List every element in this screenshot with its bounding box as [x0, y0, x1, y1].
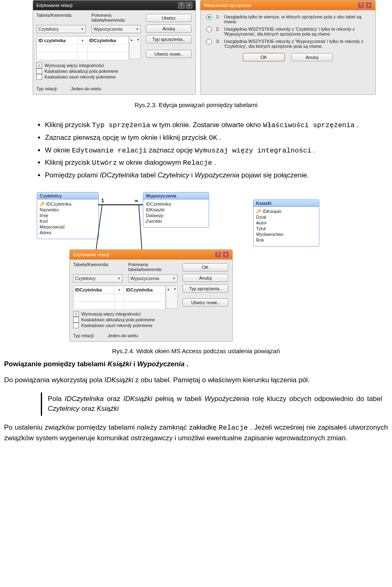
chevron-down-icon: ▾: [136, 37, 140, 43]
create-button[interactable]: Utwórz: [146, 14, 192, 22]
join-options: 1: Uwzględnia tylko te wiersze, w któryc…: [204, 13, 372, 50]
cancel-button[interactable]: Anuluj: [183, 274, 228, 282]
checkbox-icon: [36, 68, 42, 74]
combo-related-table[interactable]: Wypozyczenia ▾: [128, 274, 178, 282]
create-new-button[interactable]: Utwórz nowe..: [183, 298, 228, 307]
combo-related-value: Wypozyczenia: [94, 27, 135, 31]
dialog-edit-relationship-2: Edytowanie relacji ? × Tabela/Kwerenda: …: [69, 249, 233, 342]
checkbox-cascade-delete[interactable]: Kaskadowo usuń rekordy pokrewne: [36, 74, 141, 80]
scrollbar[interactable]: ▴ ▾: [166, 286, 178, 309]
option-3-text: Uwzględnia WSZYSTKIE rekordy z 'Wypozycz…: [222, 38, 371, 49]
map-right-field[interactable]: IDCzytelnika: [87, 37, 128, 45]
checkbox-icon: [36, 74, 42, 80]
dialog-join-properties: Właściwości sprzężenia ? × 1: Uwzględnia…: [200, 0, 376, 95]
scrollbar[interactable]: ▴ ▾: [129, 36, 141, 59]
checkbox-cascade-update[interactable]: Kaskadowo aktualizuj pola pokrewne: [36, 68, 141, 74]
close-icon[interactable]: ×: [223, 251, 229, 258]
chevron-down-icon: ▾: [80, 38, 85, 43]
close-icon[interactable]: ×: [186, 2, 192, 9]
combo-table[interactable]: Czytelnicy ▾: [73, 274, 122, 282]
relationship-diagram: Czytelnicy 🔑IDCzytelnika Nazwisko Imię K…: [33, 192, 392, 319]
checkbox-enforce-integrity[interactable]: ✓Wymuszaj więzy integralności: [73, 311, 178, 317]
ok-button[interactable]: OK: [183, 263, 228, 271]
list-item: Pomiędzy polami IDCzytelnika tabel Czyte…: [45, 170, 359, 180]
relationship-many-label: ∞: [135, 198, 138, 204]
list-item: Kliknij przycisk Utwórz w oknie dialogow…: [45, 158, 359, 168]
label-relation-type: Typ relacji:: [36, 86, 58, 91]
chevron-down-icon: ▾: [80, 27, 85, 31]
join-type-button[interactable]: Typ sprzężenia..: [183, 285, 228, 293]
instruction-list: Kliknij przycisk Typ sprzężenia w tym ok…: [0, 115, 392, 185]
radio-option-1[interactable]: [206, 14, 212, 20]
radio-option-2[interactable]: [206, 27, 212, 32]
dialog-edit-relationship: Edytowanie relacji ? × Tabela/Kwerenda: …: [33, 0, 196, 95]
create-new-button[interactable]: Utwórz nowe..: [146, 50, 192, 58]
field-mapping-grid[interactable]: IDCzytelnika ▾ IDCzytelnika: [73, 286, 166, 309]
chevron-up-icon: ▴: [166, 286, 171, 292]
chevron-down-icon: ▾: [135, 27, 140, 31]
chevron-down-icon: ▾: [172, 286, 177, 292]
key-icon: 🔑: [40, 202, 45, 206]
paragraph: Po ustaleniu związków pomiędzy tabelami …: [4, 423, 388, 443]
relation-type-value: Jeden-do-wielu: [71, 86, 102, 91]
help-icon[interactable]: ?: [215, 251, 221, 258]
figure-caption-1: Rys.2.3. Edycja powiązań pomiędzy tabela…: [0, 101, 392, 108]
map-left-field[interactable]: ID czytelnika: [37, 37, 78, 45]
dialog-title-text: Edytowanie relacji: [73, 252, 109, 257]
help-icon[interactable]: ?: [178, 2, 185, 9]
chevron-down-icon: ▾: [116, 276, 121, 281]
dialog-titlebar: Edytowanie relacji ? ×: [33, 0, 196, 10]
section-heading: Powiązanie pomiędzy tabelami Książki i W…: [4, 360, 388, 368]
table-card-ksiazki[interactable]: Ksiazki 🔑IDKsiąski Dział Autor Tytuł Wyd…: [253, 199, 319, 246]
ok-button[interactable]: OK: [243, 53, 285, 61]
dialog-titlebar: Właściwości sprzężenia ? ×: [200, 0, 375, 10]
combo-related-table[interactable]: Wypozyczenia ▾: [91, 25, 141, 33]
help-icon[interactable]: ?: [358, 2, 364, 9]
join-type-button[interactable]: Typ sprzężenia..: [146, 35, 192, 43]
checkbox-icon: ✓: [36, 63, 42, 68]
combo-table-value: Czytelnicy: [38, 27, 80, 31]
chevron-down-icon: ▾: [117, 287, 122, 292]
relationship-one-label: 1: [101, 198, 104, 204]
option-1-text: Uwzględnia tylko te wiersze, w których s…: [222, 13, 371, 25]
field-mapping-grid[interactable]: ID czytelnika ▾ IDCzytelnika: [36, 36, 129, 59]
chevron-down-icon: ▾: [172, 276, 176, 281]
checkbox-cascade-delete[interactable]: Kaskadowo usuń rekordy pokrewne: [73, 323, 178, 328]
cancel-button[interactable]: Anuluj: [291, 53, 333, 61]
label-related-table: Pokrewna tabela/kwerenda:: [91, 13, 141, 22]
paragraph: Do powiązania wykorzystaj pola IDKsiążki…: [4, 375, 388, 385]
table-card-czytelnicy[interactable]: Czytelnicy 🔑IDCzytelnika Nazwisko Imię K…: [37, 192, 99, 239]
checkbox-enforce-integrity[interactable]: ✓ Wymuszaj więzy integralności: [36, 63, 141, 68]
dialog-titlebar: Edytowanie relacji ? ×: [70, 250, 232, 260]
figure-caption-2: Rys.2.4. Widok okien MS Access podczas u…: [0, 347, 392, 354]
chevron-up-icon: ▴: [129, 37, 134, 43]
close-icon[interactable]: ×: [365, 2, 372, 9]
note-block: Pola IDCzytelnika oraz IDKsiążki pełnią …: [41, 392, 388, 416]
checkbox-cascade-update[interactable]: Kaskadowo aktualizuj pola pokrewne: [73, 317, 178, 323]
list-item: Kliknij przycisk Typ sprzężenia w tym ok…: [45, 120, 359, 130]
combo-table[interactable]: Czytelnicy ▾: [36, 25, 86, 33]
radio-option-3[interactable]: [206, 39, 212, 45]
key-icon: 🔑: [256, 209, 261, 213]
list-item: Zaznacz pierwszą opcję w tym oknie i kli…: [45, 133, 359, 143]
list-item: W oknie Edytowanie relacji zaznacz opcję…: [45, 146, 359, 156]
label-table: Tabela/Kwerenda:: [36, 13, 86, 22]
cancel-button[interactable]: Anuluj: [146, 25, 192, 33]
dialog-title-text: Edytowanie relacji: [36, 3, 73, 8]
dialog-title-text: Właściwości sprzężenia: [204, 3, 251, 8]
option-2-text: Uwzględnia WSZYSTKIE rekordy z 'Czytelni…: [222, 26, 371, 37]
